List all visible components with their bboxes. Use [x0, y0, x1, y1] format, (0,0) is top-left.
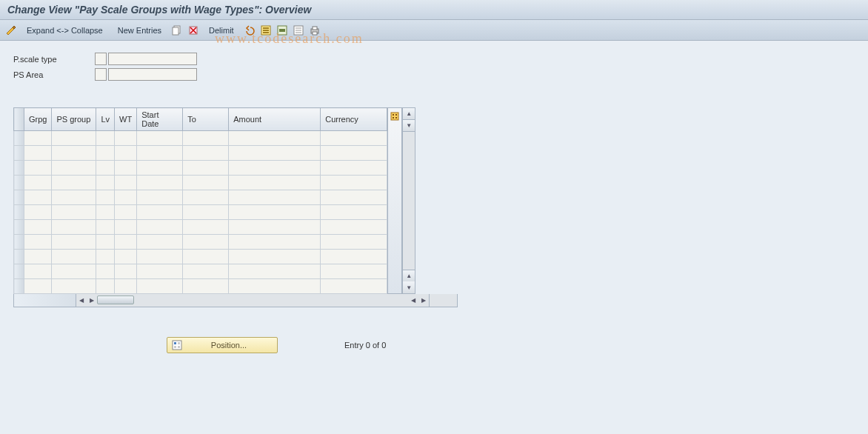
cell-start[interactable]: [137, 176, 183, 190]
cell-grpg[interactable]: [24, 205, 52, 220]
row-selector[interactable]: [14, 190, 24, 205]
cell-to[interactable]: [183, 264, 229, 279]
vertical-scrollbar[interactable]: ▲ ▼ ▲ ▼: [402, 107, 415, 294]
cell-currency[interactable]: [321, 279, 387, 294]
cell-wt[interactable]: [115, 220, 137, 235]
col-header-amount[interactable]: Amount: [229, 108, 321, 131]
cell-to[interactable]: [183, 131, 229, 146]
ps-area-value-input[interactable]: [108, 68, 197, 81]
cell-amount[interactable]: [229, 264, 321, 279]
cell-currency[interactable]: [321, 146, 387, 161]
hscroll-track[interactable]: [97, 296, 201, 306]
cell-to[interactable]: [183, 146, 229, 161]
cell-grpg[interactable]: [24, 220, 52, 235]
cell-wt[interactable]: [115, 205, 137, 220]
cell-lv[interactable]: [96, 176, 115, 190]
cell-to[interactable]: [183, 220, 229, 235]
cell-wt[interactable]: [115, 279, 137, 294]
cell-psgroup[interactable]: [52, 220, 96, 235]
cell-lv[interactable]: [96, 220, 115, 235]
cell-amount[interactable]: [229, 190, 321, 205]
cell-currency[interactable]: [321, 190, 387, 205]
row-selector[interactable]: [14, 279, 24, 294]
cell-psgroup[interactable]: [52, 146, 96, 161]
col-header-start[interactable]: Start Date: [137, 108, 183, 131]
cell-grpg[interactable]: [24, 146, 52, 161]
cell-lv[interactable]: [96, 190, 115, 205]
cell-psgroup[interactable]: [52, 161, 96, 176]
cell-currency[interactable]: [321, 205, 387, 220]
copy-as-icon[interactable]: [170, 24, 184, 37]
row-selector[interactable]: [14, 205, 24, 220]
cell-psgroup[interactable]: [52, 279, 96, 294]
cell-currency[interactable]: [321, 250, 387, 264]
cell-wt[interactable]: [115, 161, 137, 176]
scroll-down-icon[interactable]: ▼: [403, 281, 415, 293]
scroll-up-small-icon[interactable]: ▲: [403, 270, 415, 281]
col-header-currency[interactable]: Currency: [321, 108, 387, 131]
cell-amount[interactable]: [229, 146, 321, 161]
cell-currency[interactable]: [321, 235, 387, 250]
cell-currency[interactable]: [321, 220, 387, 235]
col-header-to[interactable]: To: [183, 108, 229, 131]
hscroll-thumb[interactable]: [97, 296, 134, 304]
delimit-button[interactable]: Delimit: [203, 24, 240, 36]
cell-start[interactable]: [137, 190, 183, 205]
row-selector[interactable]: [14, 264, 24, 279]
toggle-display-change-icon[interactable]: [4, 24, 18, 37]
cell-to[interactable]: [183, 176, 229, 190]
cell-psgroup[interactable]: [52, 235, 96, 250]
cell-to[interactable]: [183, 235, 229, 250]
cell-grpg[interactable]: [24, 279, 52, 294]
ps-area-code-input[interactable]: [95, 68, 107, 81]
col-header-psgroup[interactable]: PS group: [52, 108, 96, 131]
row-selector-header[interactable]: [14, 108, 24, 131]
delete-icon[interactable]: [187, 24, 200, 37]
row-selector[interactable]: [14, 176, 24, 190]
cell-currency[interactable]: [321, 264, 387, 279]
cell-wt[interactable]: [115, 190, 137, 205]
col-header-wt[interactable]: WT: [115, 108, 137, 131]
cell-grpg[interactable]: [24, 131, 52, 146]
cell-grpg[interactable]: [24, 264, 52, 279]
cell-amount[interactable]: [229, 176, 321, 190]
cell-currency[interactable]: [321, 176, 387, 190]
cell-start[interactable]: [137, 235, 183, 250]
cell-to[interactable]: [183, 250, 229, 264]
cell-lv[interactable]: [96, 264, 115, 279]
cell-start[interactable]: [137, 146, 183, 161]
scroll-right-icon[interactable]: ▶: [418, 295, 429, 307]
cell-psgroup[interactable]: [52, 131, 96, 146]
cell-start[interactable]: [137, 205, 183, 220]
select-all-icon[interactable]: [259, 24, 273, 37]
row-selector[interactable]: [14, 220, 24, 235]
cell-lv[interactable]: [96, 279, 115, 294]
cell-lv[interactable]: [96, 250, 115, 264]
cell-start[interactable]: [137, 264, 183, 279]
cell-to[interactable]: [183, 161, 229, 176]
cell-grpg[interactable]: [24, 176, 52, 190]
scroll-down-small-icon[interactable]: ▼: [403, 120, 415, 132]
cell-to[interactable]: [183, 205, 229, 220]
cell-psgroup[interactable]: [52, 250, 96, 264]
cell-wt[interactable]: [115, 235, 137, 250]
scroll-up-icon[interactable]: ▲: [403, 108, 415, 120]
cell-amount[interactable]: [229, 235, 321, 250]
cell-to[interactable]: [183, 190, 229, 205]
select-block-icon[interactable]: [276, 24, 289, 37]
cell-amount[interactable]: [229, 220, 321, 235]
cell-wt[interactable]: [115, 264, 137, 279]
cell-amount[interactable]: [229, 205, 321, 220]
cell-amount[interactable]: [229, 161, 321, 176]
cell-psgroup[interactable]: [52, 264, 96, 279]
col-header-lv[interactable]: Lv: [96, 108, 115, 131]
print-icon[interactable]: [308, 24, 321, 37]
cell-lv[interactable]: [96, 146, 115, 161]
undo-change-icon[interactable]: [243, 24, 256, 37]
cell-wt[interactable]: [115, 146, 137, 161]
cell-currency[interactable]: [321, 161, 387, 176]
cell-wt[interactable]: [115, 250, 137, 264]
cell-lv[interactable]: [96, 131, 115, 146]
cell-start[interactable]: [137, 250, 183, 264]
cell-start[interactable]: [137, 161, 183, 176]
